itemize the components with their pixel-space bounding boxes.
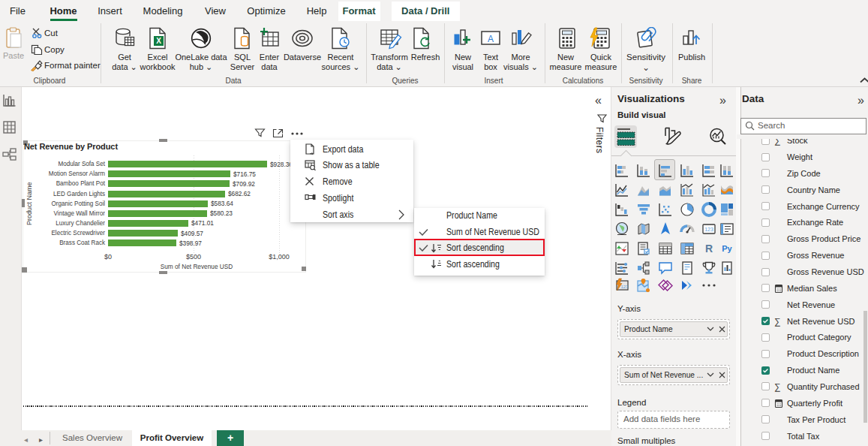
svg-text:123: 123: [620, 285, 629, 289]
svg-text:X: X: [156, 37, 161, 45]
svg-text:123: 123: [704, 227, 713, 232]
svg-text:A: A: [488, 34, 494, 44]
svg-text:Py: Py: [722, 244, 732, 253]
svg-text:R: R: [705, 243, 713, 255]
